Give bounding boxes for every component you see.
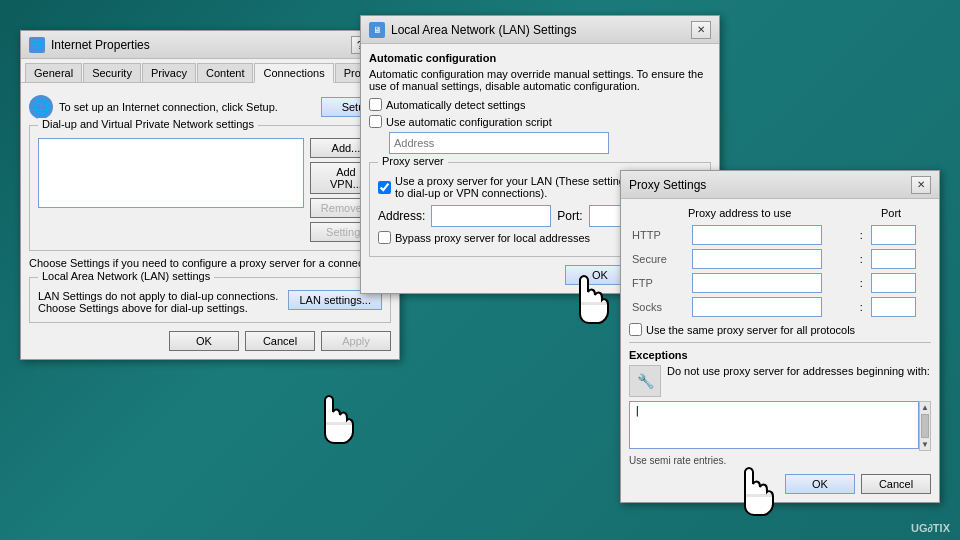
- lan-settings-titlebar: 🖥 Local Area Network (LAN) Settings ✕: [361, 16, 719, 44]
- proxy-use-checkbox[interactable]: [378, 181, 391, 194]
- cancel-button[interactable]: Cancel: [245, 331, 315, 351]
- proxy-ok-button[interactable]: OK: [785, 474, 855, 494]
- scroll-up-arrow[interactable]: ▲: [920, 402, 930, 413]
- auto-config-title: Automatic configuration: [369, 52, 711, 64]
- proxy-bottom-buttons: OK Cancel: [629, 474, 931, 494]
- proxy-titlebar: Proxy Settings ✕: [621, 171, 939, 199]
- exceptions-hint: Use semi rate entries.: [629, 455, 931, 466]
- lan-content: LAN Settings do not apply to dial-up con…: [38, 290, 382, 314]
- proxy-row-http: HTTP :: [629, 223, 931, 247]
- dialup-listbox[interactable]: [38, 138, 304, 208]
- proxy-close-button[interactable]: ✕: [911, 176, 931, 194]
- proxy-row-secure: Secure :: [629, 247, 931, 271]
- proxy-secure-address[interactable]: [692, 249, 822, 269]
- ok-button[interactable]: OK: [169, 331, 239, 351]
- address-row: [389, 132, 711, 154]
- same-proxy-row: Use the same proxy server for all protoc…: [629, 323, 931, 336]
- exceptions-hint-text: Use semi: [629, 455, 671, 466]
- proxy-note: Choose Settings if you need to configure…: [29, 257, 391, 269]
- internet-properties-content: 🌐 To set up an Internet connection, clic…: [21, 83, 399, 359]
- dialup-group: Dial-up and Virtual Private Network sett…: [29, 125, 391, 251]
- auto-detect-checkbox[interactable]: [369, 98, 382, 111]
- lan-close-button[interactable]: ✕: [691, 21, 711, 39]
- proxy-table: HTTP : Secure : FTP : Socks :: [629, 223, 931, 319]
- tab-connections[interactable]: Connections: [254, 63, 333, 83]
- exceptions-hint2-text: rate entries.: [673, 455, 726, 466]
- auto-detect-row: Automatically detect settings: [369, 98, 711, 111]
- proxy-content: Proxy address to use Port HTTP : Secure …: [621, 199, 939, 502]
- proxy-table-header: Proxy address to use Port: [629, 207, 931, 219]
- proxy-http-address[interactable]: [692, 225, 822, 245]
- lan-group-label: Local Area Network (LAN) settings: [38, 270, 214, 282]
- proxy-row-socks: Socks :: [629, 295, 931, 319]
- same-proxy-label: Use the same proxy server for all protoc…: [646, 324, 855, 336]
- tab-privacy[interactable]: Privacy: [142, 63, 196, 82]
- proxy-type-socks: Socks: [629, 295, 689, 319]
- dialup-group-label: Dial-up and Virtual Private Network sett…: [38, 118, 258, 130]
- proxy-row-ftp: FTP :: [629, 271, 931, 295]
- proxy-address-input[interactable]: [431, 205, 551, 227]
- apply-button[interactable]: Apply: [321, 331, 391, 351]
- proxy-port-header: Port: [881, 207, 931, 219]
- exceptions-input-container: | ▲ ▼: [629, 401, 931, 451]
- setup-row: 🌐 To set up an Internet connection, clic…: [29, 95, 391, 119]
- tab-bar: General Security Privacy Content Connect…: [21, 59, 399, 83]
- proxy-secure-port[interactable]: [871, 249, 916, 269]
- cursor-hand-1: [310, 390, 360, 450]
- proxy-socks-address[interactable]: [692, 297, 822, 317]
- proxy-title: Proxy Settings: [629, 178, 706, 192]
- address-input[interactable]: [389, 132, 609, 154]
- setup-text: To set up an Internet connection, click …: [59, 101, 315, 113]
- tab-general[interactable]: General: [25, 63, 82, 82]
- auto-detect-label: Automatically detect settings: [386, 99, 525, 111]
- tab-security[interactable]: Security: [83, 63, 141, 82]
- proxy-address-header: Proxy address to use: [688, 207, 877, 219]
- proxy-type-http: HTTP: [629, 223, 689, 247]
- bypass-label: Bypass proxy server for local addresses: [395, 232, 590, 244]
- lan-group: Local Area Network (LAN) settings LAN Se…: [29, 277, 391, 323]
- exceptions-desc: Do not use proxy server for addresses be…: [667, 365, 931, 377]
- tab-content[interactable]: Content: [197, 63, 254, 82]
- ie-icon: 🌐: [29, 37, 45, 53]
- lan-note: LAN Settings do not apply to dial-up con…: [38, 290, 282, 314]
- divider: [629, 342, 931, 343]
- watermark: UG∂TIX: [911, 522, 950, 534]
- setup-icon: 🌐: [29, 95, 53, 119]
- scroll-thumb: [921, 414, 929, 438]
- exceptions-input[interactable]: |: [629, 401, 919, 449]
- auto-script-checkbox[interactable]: [369, 115, 382, 128]
- internet-properties-title: Internet Properties: [51, 38, 150, 52]
- proxy-http-port[interactable]: [871, 225, 916, 245]
- exceptions-icon: 🔧: [629, 365, 661, 397]
- dialup-content: Add... Add VPN... Remove... Settings: [38, 138, 382, 242]
- auto-config-desc: Automatic configuration may override man…: [369, 68, 711, 92]
- exceptions-row: 🔧 Do not use proxy server for addresses …: [629, 365, 931, 397]
- address-label: Address:: [378, 209, 425, 223]
- scroll-down-arrow[interactable]: ▼: [920, 439, 930, 450]
- svg-rect-1: [579, 302, 609, 305]
- proxy-socks-port[interactable]: [871, 297, 916, 317]
- proxy-type-ftp: FTP: [629, 271, 689, 295]
- proxy-ftp-address[interactable]: [692, 273, 822, 293]
- proxy-ftp-port[interactable]: [871, 273, 916, 293]
- same-proxy-checkbox[interactable]: [629, 323, 642, 336]
- proxy-settings-window: Proxy Settings ✕ Proxy address to use Po…: [620, 170, 940, 503]
- bottom-buttons: OK Cancel Apply: [29, 331, 391, 351]
- bypass-checkbox[interactable]: [378, 231, 391, 244]
- proxy-server-label: Proxy server: [378, 155, 448, 167]
- svg-rect-0: [324, 422, 354, 425]
- exceptions-title: Exceptions: [629, 349, 931, 361]
- port-label: Port:: [557, 209, 582, 223]
- auto-script-label: Use automatic configuration script: [386, 116, 552, 128]
- exceptions-scrollbar[interactable]: ▲ ▼: [919, 401, 931, 451]
- proxy-cancel-button[interactable]: Cancel: [861, 474, 931, 494]
- lan-settings-title: Local Area Network (LAN) Settings: [391, 23, 576, 37]
- proxy-type-secure: Secure: [629, 247, 689, 271]
- internet-properties-window: 🌐 Internet Properties ? ✕ General Securi…: [20, 30, 400, 360]
- internet-properties-titlebar: 🌐 Internet Properties ? ✕: [21, 31, 399, 59]
- lan-icon: 🖥: [369, 22, 385, 38]
- auto-script-row: Use automatic configuration script: [369, 115, 711, 128]
